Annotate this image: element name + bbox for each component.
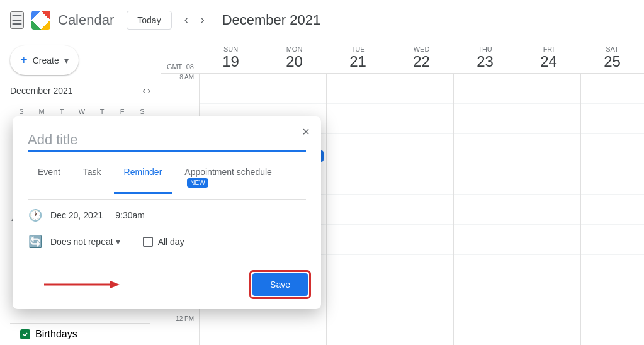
- arrow-indicator: [44, 277, 120, 292]
- day-slot[interactable]: [327, 225, 390, 255]
- day-slot[interactable]: [390, 285, 453, 315]
- day-slot[interactable]: [517, 255, 580, 285]
- day-slot[interactable]: [581, 225, 644, 255]
- repeat-row: 🔄 Does not repeat ▾ All day: [28, 229, 306, 255]
- prev-button[interactable]: ‹: [179, 11, 193, 29]
- mini-next-button[interactable]: ›: [147, 85, 150, 96]
- svg-marker-1: [110, 281, 120, 288]
- create-label: Create: [33, 55, 59, 65]
- app-logo: [31, 11, 50, 30]
- calendar-day-headers: GMT+08 SUN 19 MON 20 TUE 21 WED 22 THU 2…: [161, 40, 644, 74]
- day-slot[interactable]: [581, 285, 644, 315]
- tab-row: Event Task Reminder Appointment schedule…: [28, 162, 306, 194]
- repeat-dropdown[interactable]: Does not repeat ▾: [50, 237, 120, 247]
- tab-appointment[interactable]: Appointment schedule NEW: [174, 162, 306, 194]
- day-slot[interactable]: [581, 195, 644, 225]
- mini-calendar-header: December 2021 ‹ ›: [10, 85, 150, 96]
- day-slot[interactable]: [327, 255, 390, 285]
- save-button[interactable]: Save: [252, 273, 308, 296]
- new-badge: NEW: [187, 178, 208, 188]
- day-slot[interactable]: [581, 255, 644, 285]
- day-slot[interactable]: [263, 315, 326, 345]
- day-slot[interactable]: [200, 315, 263, 345]
- nav-arrows: ‹ ›: [179, 11, 210, 29]
- allday-checkbox[interactable]: [143, 237, 153, 247]
- gmt-header: GMT+08: [161, 45, 199, 71]
- event-dialog: × Event Task Reminder Appointment schedu…: [13, 116, 321, 309]
- day-slot[interactable]: [327, 195, 390, 225]
- next-button[interactable]: ›: [196, 11, 210, 29]
- day-slot[interactable]: [517, 164, 580, 195]
- day-slot[interactable]: [327, 104, 390, 134]
- day-slot[interactable]: [454, 255, 517, 285]
- day-slot[interactable]: [454, 225, 517, 255]
- repeat-icon: 🔄: [28, 235, 43, 249]
- day-slot[interactable]: [517, 315, 580, 345]
- birthdays-section: Birthdays: [10, 323, 150, 345]
- time-value[interactable]: 9:30am: [115, 210, 145, 220]
- day-col-wed: [390, 74, 453, 345]
- day-slot[interactable]: [200, 74, 263, 104]
- day-slot[interactable]: [327, 164, 390, 195]
- create-button[interactable]: + Create ▾: [10, 45, 79, 75]
- day-slot[interactable]: [581, 104, 644, 134]
- day-slot[interactable]: [517, 225, 580, 255]
- day-slot[interactable]: [390, 195, 453, 225]
- day-slot[interactable]: [327, 134, 390, 164]
- day-slot[interactable]: [517, 195, 580, 225]
- day-slot[interactable]: [581, 134, 644, 164]
- day-slot[interactable]: [517, 285, 580, 315]
- date-value[interactable]: Dec 20, 2021: [50, 210, 103, 220]
- day-col-sat: [580, 74, 644, 345]
- day-slot[interactable]: [454, 134, 517, 164]
- divider: [28, 199, 306, 200]
- cal-day-wed: WED 22: [390, 45, 453, 71]
- day-col-thu: [453, 74, 517, 345]
- day-slot[interactable]: [454, 315, 517, 345]
- save-button-wrapper: Save: [249, 270, 311, 299]
- time-12pm: 12 PM: [161, 315, 199, 345]
- day-slot[interactable]: [327, 285, 390, 315]
- day-slot[interactable]: [454, 74, 517, 104]
- cal-day-sat: SAT 25: [580, 45, 644, 71]
- chevron-down-icon: ▾: [64, 55, 69, 65]
- day-slot[interactable]: [390, 255, 453, 285]
- dialog-body: Event Task Reminder Appointment schedule…: [13, 116, 321, 265]
- today-button[interactable]: Today: [127, 11, 171, 30]
- day-slot[interactable]: [581, 164, 644, 195]
- header: ☰ Calendar Today ‹ › December 2021: [0, 0, 644, 40]
- google-icon: [31, 11, 50, 30]
- cal-day-mon: MON 20: [263, 45, 326, 71]
- day-slot[interactable]: [390, 74, 453, 104]
- day-slot[interactable]: [327, 74, 390, 104]
- plus-icon: +: [20, 53, 28, 67]
- dialog-close-button[interactable]: ×: [296, 122, 316, 142]
- clock-icon: 🕐: [28, 208, 43, 222]
- day-slot[interactable]: [454, 104, 517, 134]
- tab-reminder[interactable]: Reminder: [114, 162, 172, 194]
- day-slot[interactable]: [517, 104, 580, 134]
- day-col-fri: [517, 74, 580, 345]
- day-slot[interactable]: [454, 285, 517, 315]
- day-slot[interactable]: [454, 195, 517, 225]
- repeat-label: Does not repeat: [50, 237, 113, 247]
- day-slot[interactable]: [581, 74, 644, 104]
- birthdays-checkbox[interactable]: [20, 329, 30, 339]
- day-slot[interactable]: [517, 74, 580, 104]
- day-slot[interactable]: [390, 134, 453, 164]
- day-slot[interactable]: [390, 164, 453, 195]
- day-slot[interactable]: [517, 134, 580, 164]
- day-slot[interactable]: [390, 104, 453, 134]
- tab-event[interactable]: Event: [28, 162, 71, 194]
- day-slot[interactable]: [327, 315, 390, 345]
- mini-prev-button[interactable]: ‹: [142, 85, 145, 96]
- tab-task[interactable]: Task: [73, 162, 111, 194]
- day-slot[interactable]: [390, 315, 453, 345]
- title-input[interactable]: [28, 132, 306, 152]
- time-8am: 8 AM: [161, 74, 199, 104]
- day-slot[interactable]: [454, 164, 517, 195]
- menu-button[interactable]: ☰: [10, 11, 24, 29]
- day-slot[interactable]: [581, 315, 644, 345]
- day-slot[interactable]: [263, 74, 326, 104]
- day-slot[interactable]: [390, 225, 453, 255]
